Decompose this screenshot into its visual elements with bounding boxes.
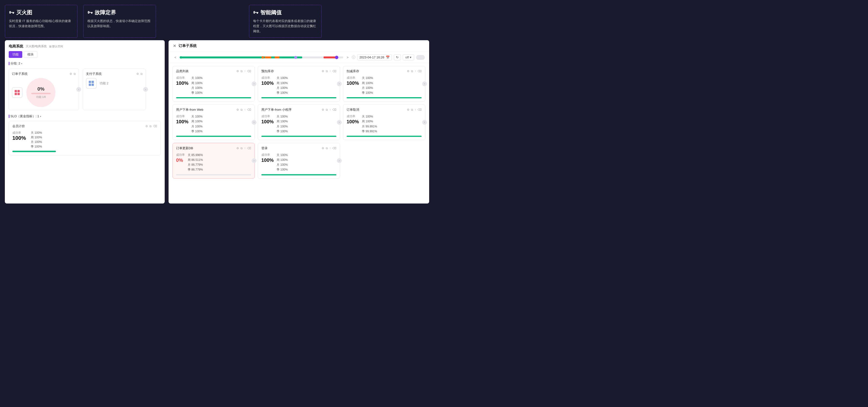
fire-card-pay-icons: [136, 72, 143, 75]
feature-title-text-fire-map: 灭火图: [16, 9, 32, 16]
group-chevron-icon[interactable]: ▾: [21, 62, 22, 65]
sc-copy-icon-order-cancel[interactable]: ⧉: [411, 108, 413, 112]
feature-card-smart-threshold: 🗝 智能阈值 每个卡片都代表着对应的服务或者接口的健康程度，灭火图可以根据历史数…: [249, 5, 321, 38]
sc-trash-icon-user-order-mini[interactable]: ⌫: [332, 108, 336, 112]
sc-trash-icon-login[interactable]: ⌫: [332, 147, 336, 150]
slo-card-header: 会员计价: [12, 124, 157, 128]
svg-rect-0: [15, 90, 17, 92]
pay-gear-icon[interactable]: [136, 72, 139, 75]
datetime-text: 2023-04-17 16:26: [360, 56, 384, 59]
sc-copy-icon-user-order-mini[interactable]: ⧉: [326, 108, 328, 112]
sc-trash-icon-order-update-db[interactable]: ⌫: [247, 147, 251, 150]
panel-header: 电商系统 灭火图/电商系统 ⊞ 默认空间: [9, 44, 161, 49]
sc-upload-icon-deduct-stock[interactable]: ↑: [414, 69, 416, 73]
sc-metrics-category-list: 成功率 100% 天 100%周 100%月 100%季 100%: [176, 76, 251, 95]
sc-metric-detail-order-cancel: 天 100%周 100%月 99.991%季 99.991%: [362, 114, 377, 134]
service-card-user-order-web: 用户下单-from Web ⚙ ⧉ ↑ ⌫ 成功率 100% 天 100%周 1…: [173, 104, 255, 140]
sc-icons-user-order-mini: ⚙ ⧉ ↑ ⌫: [321, 108, 336, 112]
timeline-dot-end: [335, 56, 338, 59]
service-card-login: 登录 ⚙ ⧉ ↑ ⌫ 成功率 100% 天 100%周 100%月 100%季 …: [258, 143, 340, 179]
sc-gear-icon-user-order-web[interactable]: ⚙: [237, 108, 239, 112]
sc-copy-icon-login[interactable]: ⧉: [326, 147, 328, 150]
sc-copy-icon-category-list[interactable]: ⧉: [241, 69, 243, 73]
fire-card-order-icons: [69, 72, 76, 75]
sc-gear-icon-category-list[interactable]: ⚙: [237, 69, 239, 73]
sc-title-order-cancel: 订单取消: [347, 107, 359, 112]
circle-sublabel: 功能 1/8: [36, 95, 46, 99]
sc-gear-icon-order-update-db[interactable]: ⚙: [237, 147, 239, 150]
sc-side-icon-user-order-mini[interactable]: ›: [337, 120, 342, 125]
slo-trash-icon[interactable]: [153, 125, 157, 128]
sc-metric-value-user-order-web: 100%: [176, 119, 188, 125]
timeline-info-icon[interactable]: ⓘ: [352, 55, 355, 60]
breadcrumb-text: 灭火图/电商系统: [26, 44, 47, 48]
sc-title-pre-deduct-stock: 预扣库存: [261, 69, 274, 73]
sc-copy-icon-pre-deduct-stock[interactable]: ⧉: [326, 69, 328, 73]
sc-metric-left-user-order-mini: 成功率 100%: [261, 114, 274, 125]
sc-trash-icon-order-cancel[interactable]: ⌫: [417, 108, 422, 112]
default-space-text: 默认空间: [52, 44, 63, 48]
circle-percent-text: 0%: [37, 86, 44, 92]
sc-copy-icon-deduct-stock[interactable]: ⧉: [411, 69, 413, 73]
sc-header-order-cancel: 订单取消 ⚙ ⧉ ↑ ⌫: [347, 107, 422, 112]
sc-gear-icon-pre-deduct-stock[interactable]: ⚙: [321, 69, 324, 73]
service-card-order-update-db: 订单更新DB ⚙ ⧉ ↑ ⌫ 成功率 0% 天 85.996%周 86.511%…: [173, 143, 255, 179]
sc-side-icon-user-order-web[interactable]: ›: [252, 120, 256, 125]
sc-gear-icon-deduct-stock[interactable]: ⚙: [407, 69, 409, 73]
svg-rect-3: [18, 93, 20, 95]
sc-progress-order-update-db: [176, 174, 251, 176]
calendar-icon[interactable]: 📅: [386, 56, 390, 59]
feature-desc-fault-boundary: 根据灭火图的状态，快速缩小和确定故障范围以及故障影响面。: [87, 19, 152, 29]
sc-metric-left-order-cancel: 成功率 100%: [347, 114, 359, 125]
modal-close-button[interactable]: ✕: [173, 43, 176, 48]
slo-copy-icon[interactable]: [149, 125, 152, 128]
gear-icon[interactable]: [69, 72, 72, 75]
sc-side-icon-deduct-stock[interactable]: ›: [422, 82, 427, 86]
sc-copy-icon-user-order-web[interactable]: ⧉: [241, 108, 243, 112]
fire-card-order-header: 订单子系统: [12, 72, 76, 76]
sc-trash-icon-deduct-stock[interactable]: ⌫: [417, 69, 422, 73]
service-grid: 品类列表 ⚙ ⧉ ↑ ⌫ 成功率 100% 天 100%周 100%月 100%…: [168, 63, 429, 204]
timeline-next-button[interactable]: >: [345, 55, 350, 60]
sc-side-icon-pre-deduct-stock[interactable]: ›: [337, 82, 342, 86]
sc-upload-icon-login[interactable]: ↑: [330, 147, 331, 150]
off-button[interactable]: off ▾: [403, 54, 414, 60]
order-side-icon[interactable]: ›: [76, 87, 81, 92]
sc-icons-login: ⚙ ⧉ ↑ ⌫: [321, 147, 336, 150]
tab-module[interactable]: 模块: [24, 51, 37, 58]
sc-side-icon-order-cancel[interactable]: ›: [422, 120, 427, 125]
sc-icons-order-update-db: ⚙ ⧉ ↑ ⌫: [237, 147, 251, 150]
slo-detail-quarter: 季 100%: [31, 145, 42, 149]
sc-gear-icon-login[interactable]: ⚙: [321, 147, 324, 150]
timeline-red-segment-3: [323, 57, 337, 58]
sc-gear-icon-order-cancel[interactable]: ⚙: [407, 108, 409, 112]
copy-icon[interactable]: [73, 72, 76, 75]
sc-trash-icon-user-order-web[interactable]: ⌫: [247, 108, 251, 112]
timeline-prev-button[interactable]: <: [173, 55, 178, 60]
pay-side-icon[interactable]: ›: [143, 87, 148, 92]
slo-gear-icon[interactable]: [145, 125, 148, 128]
fire-card-pay-title: 支付子系统: [86, 72, 102, 76]
sc-upload-icon-user-order-web[interactable]: ↑: [244, 108, 246, 112]
sc-metric-left-deduct-stock: 成功率 100%: [347, 76, 359, 86]
refresh-button[interactable]: ↻: [394, 54, 401, 60]
toggle-button[interactable]: [416, 55, 425, 60]
sc-gear-icon-user-order-mini[interactable]: ⚙: [321, 108, 324, 112]
sc-side-icon-login[interactable]: ›: [337, 158, 342, 163]
sc-upload-icon-user-order-mini[interactable]: ↑: [330, 108, 331, 112]
sc-trash-icon-category-list[interactable]: ⌫: [247, 69, 251, 73]
fire-card-pay: 支付子系统: [83, 68, 146, 110]
tab-func[interactable]: 功能: [9, 51, 22, 58]
sc-upload-icon-order-update-db[interactable]: ↑: [244, 147, 246, 150]
sc-trash-icon-pre-deduct-stock[interactable]: ⌫: [332, 69, 336, 73]
slo-chevron-icon[interactable]: ▾: [40, 115, 41, 118]
sc-side-icon-category-list[interactable]: ›: [252, 82, 256, 86]
sc-upload-icon-order-cancel[interactable]: ↑: [414, 108, 416, 112]
sc-upload-icon-category-list[interactable]: ↑: [244, 69, 246, 73]
group-label-text: 分组: 2: [10, 61, 20, 66]
sc-copy-icon-order-update-db[interactable]: ⧉: [241, 147, 243, 150]
off-label: off: [405, 56, 409, 59]
sc-upload-icon-pre-deduct-stock[interactable]: ↑: [330, 69, 331, 73]
pay-copy-icon[interactable]: [141, 72, 143, 75]
sc-side-icon-order-update-db[interactable]: ›: [252, 158, 256, 163]
